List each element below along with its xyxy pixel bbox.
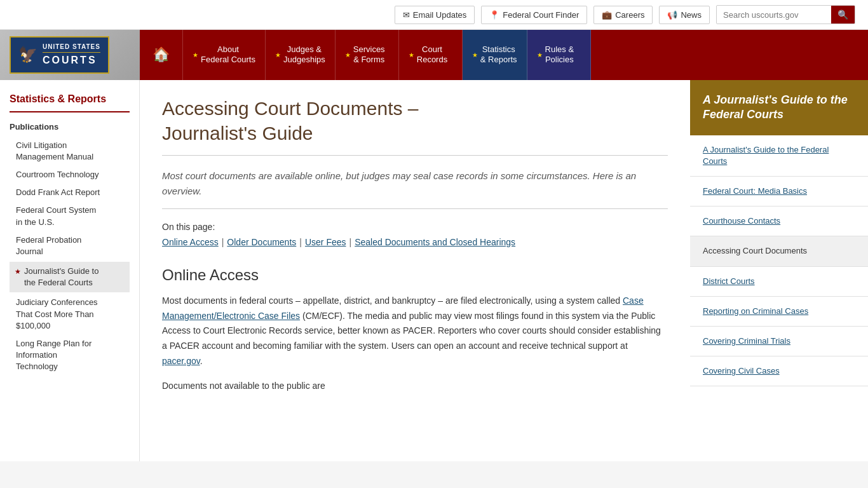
sealed-documents-link[interactable]: Sealed Documents and Closed Hearings xyxy=(355,237,515,247)
main-paragraph2: Documents not available to the public ar… xyxy=(162,379,668,394)
main-content: Accessing Court Documents –Journalist's … xyxy=(140,80,690,461)
nav-star-icon: ★ xyxy=(345,51,351,59)
careers-label: Careers xyxy=(615,10,644,20)
eagle-icon: 🦅 xyxy=(18,46,37,64)
right-sidebar-reporting-criminal[interactable]: Reporting on Criminal Cases xyxy=(690,297,868,327)
nav-statistics-label: Statistics& Reports xyxy=(480,44,517,66)
paragraph2-text: Documents not available to the public ar… xyxy=(162,381,325,391)
federal-court-finder-label: Federal Court Finder xyxy=(503,10,579,20)
search-input[interactable] xyxy=(717,6,831,24)
email-icon: ✉ xyxy=(403,10,410,20)
search-button[interactable]: 🔍 xyxy=(831,6,855,24)
news-label: News xyxy=(681,10,702,20)
separator: | xyxy=(349,237,352,247)
nav-services-label: Services& Forms xyxy=(353,44,385,66)
briefcase-icon: 💼 xyxy=(602,10,612,20)
sidebar-link-federal-court-system[interactable]: Federal Court Systemin the U.S. xyxy=(10,201,130,231)
nav-star-icon: ★ xyxy=(409,51,414,59)
logo-line2: COURTS xyxy=(43,52,100,67)
right-sidebar: A Journalist's Guide to the Federal Cour… xyxy=(690,80,868,461)
nav-about[interactable]: ★ AboutFederal Courts xyxy=(183,30,266,80)
page-links: Online Access | Older Documents | User F… xyxy=(162,237,668,247)
main-paragraph1: Most documents in federal courts – appel… xyxy=(162,294,668,369)
user-fees-link[interactable]: User Fees xyxy=(305,237,346,247)
nav-judges[interactable]: ★ Judges &Judgeships xyxy=(266,30,336,80)
online-access-heading: Online Access xyxy=(162,266,668,284)
active-star-icon: ★ xyxy=(15,267,21,276)
page-title: Accessing Court Documents –Journalist's … xyxy=(162,96,668,156)
separator: | xyxy=(222,237,224,247)
nav-services[interactable]: ★ Services& Forms xyxy=(336,30,399,80)
search-bar: 🔍 xyxy=(716,5,855,24)
sidebar-link-dodd-frank[interactable]: Dodd Frank Act Report xyxy=(10,184,130,201)
logo-area: 🦅 UNITED STATES COURTS xyxy=(0,30,140,80)
nav-statistics[interactable]: ★ Statistics& Reports xyxy=(463,30,527,80)
sidebar-link-civil-litigation[interactable]: Civil LitigationManagement Manual xyxy=(10,137,130,166)
nav-star-icon: ★ xyxy=(275,51,281,59)
right-sidebar-covering-civil[interactable]: Covering Civil Cases xyxy=(690,356,868,386)
main-nav: 🏠 ★ AboutFederal Courts ★ Judges &Judges… xyxy=(140,30,868,80)
sidebar-divider xyxy=(10,111,130,112)
right-sidebar-media-basics[interactable]: Federal Court: Media Basics xyxy=(690,177,868,207)
location-icon: 📍 xyxy=(489,10,499,20)
federal-court-finder-button[interactable]: 📍 Federal Court Finder xyxy=(481,6,587,24)
nav-about-label: AboutFederal Courts xyxy=(201,44,255,66)
nav-star-icon: ★ xyxy=(472,51,478,59)
page-intro: Most court documents are available onlin… xyxy=(162,168,668,209)
nav-court-records-label: CourtRecords xyxy=(417,44,447,66)
sidebar-link-long-range-plan[interactable]: Long Range Plan forInformationTechnology xyxy=(10,335,130,376)
separator: | xyxy=(299,237,302,247)
home-icon: 🏠 xyxy=(153,46,170,63)
sidebar-section-title: Publications xyxy=(10,122,130,132)
nav-court-records[interactable]: ★ CourtRecords xyxy=(399,30,463,80)
nav-judges-label: Judges &Judgeships xyxy=(283,44,325,66)
email-updates-button[interactable]: ✉ Email Updates xyxy=(395,6,475,24)
nav-rules-label: Rules &Policies xyxy=(545,44,574,66)
right-sidebar-covering-criminal-trials[interactable]: Covering Criminal Trials xyxy=(690,327,868,356)
news-button[interactable]: 📢 News xyxy=(659,6,710,24)
right-sidebar-accessing-docs: Accessing Court Documents xyxy=(690,236,868,266)
right-sidebar-courthouse-contacts[interactable]: Courthouse Contacts xyxy=(690,207,868,236)
megaphone-icon: 📢 xyxy=(667,10,677,20)
nav-star-icon: ★ xyxy=(537,51,543,59)
older-documents-link[interactable]: Older Documents xyxy=(227,237,296,247)
nav-rules[interactable]: ★ Rules &Policies xyxy=(527,30,591,80)
logo-text: UNITED STATES COURTS xyxy=(43,43,100,67)
sidebar-link-judiciary-conferences[interactable]: Judiciary ConferencesThat Cost More Than… xyxy=(10,294,130,335)
sidebar-title: Statistics & Reports xyxy=(10,93,130,106)
sidebar-link-federal-probation[interactable]: Federal ProbationJournal xyxy=(10,231,130,261)
sidebar-link-journalists-guide[interactable]: ★ Journalist's Guide tothe Federal Court… xyxy=(10,262,130,292)
top-bar: ✉ Email Updates 📍 Federal Court Finder 💼… xyxy=(0,0,868,30)
online-access-link[interactable]: Online Access xyxy=(162,237,219,247)
paragraph1-text: Most documents in federal courts – appel… xyxy=(162,295,623,306)
nav-star-icon: ★ xyxy=(193,51,198,59)
on-page-label: On this page: xyxy=(162,222,668,232)
journalists-guide-label: Journalist's Guide tothe Federal Courts xyxy=(24,266,98,288)
email-updates-label: Email Updates xyxy=(413,10,467,20)
sidebar-link-courtroom-tech[interactable]: Courtroom Technology xyxy=(10,166,130,184)
nav-home-button[interactable]: 🏠 xyxy=(140,30,183,80)
left-sidebar: Statistics & Reports Publications Civil … xyxy=(0,80,140,461)
content-wrapper: Statistics & Reports Publications Civil … xyxy=(0,80,868,461)
right-sidebar-district-courts[interactable]: District Courts xyxy=(690,267,868,297)
logo[interactable]: 🦅 UNITED STATES COURTS xyxy=(10,36,109,74)
header: 🦅 UNITED STATES COURTS 🏠 ★ AboutFederal … xyxy=(0,30,868,80)
right-sidebar-title: A Journalist's Guide to the Federal Cour… xyxy=(690,80,868,135)
right-sidebar-journalists-guide[interactable]: A Journalist's Guide to the Federal Cour… xyxy=(690,135,868,177)
pacer-link[interactable]: pacer.gov xyxy=(162,356,200,366)
logo-line1: UNITED STATES xyxy=(43,43,100,51)
careers-button[interactable]: 💼 Careers xyxy=(593,6,653,24)
